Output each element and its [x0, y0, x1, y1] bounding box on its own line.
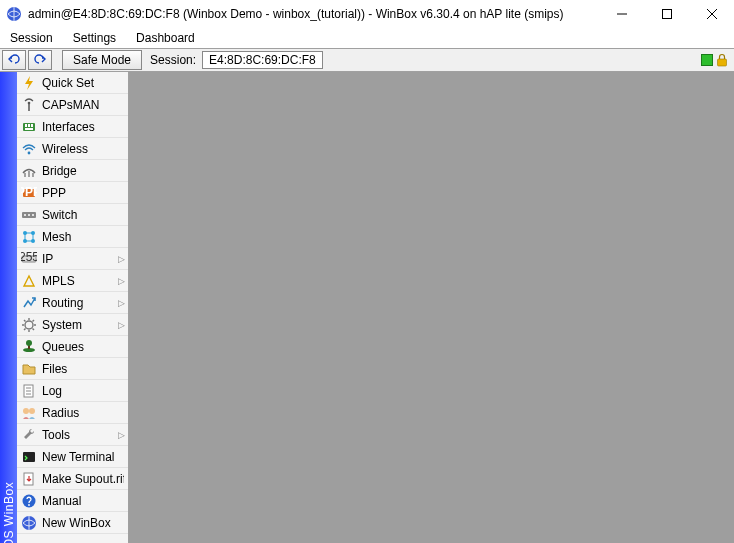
tools-icon	[21, 427, 37, 443]
workspace	[129, 72, 734, 543]
sidebar-item-manual[interactable]: Manual	[17, 490, 128, 512]
svg-rect-2	[662, 10, 671, 19]
supout-icon	[21, 471, 37, 487]
sidebar-item-new-winbox[interactable]: New WinBox	[17, 512, 128, 534]
system-icon	[21, 317, 37, 333]
sidebar-item-label: Manual	[42, 494, 124, 508]
sidebar-item-wireless[interactable]: Wireless	[17, 138, 128, 160]
sidebar-item-label: Bridge	[42, 164, 124, 178]
sidebar-item-label: New WinBox	[42, 516, 124, 530]
sidebar-item-label: Switch	[42, 208, 124, 222]
window-title: admin@E4:8D:8C:69:DC:F8 (Winbox Demo - w…	[28, 7, 599, 21]
sidebar-item-system[interactable]: System▷	[17, 314, 128, 336]
bolt-icon	[21, 75, 37, 91]
menu-settings[interactable]: Settings	[69, 29, 120, 47]
sidebar-item-radius[interactable]: Radius	[17, 402, 128, 424]
mpls-icon	[21, 273, 37, 289]
ppp-icon	[21, 185, 37, 201]
sidebar-item-label: Queues	[42, 340, 124, 354]
sidebar-item-tools[interactable]: Tools▷	[17, 424, 128, 446]
files-icon	[21, 361, 37, 377]
chevron-right-icon: ▷	[118, 430, 124, 440]
menu-dashboard[interactable]: Dashboard	[132, 29, 199, 47]
sidebar-item-mesh[interactable]: Mesh	[17, 226, 128, 248]
sidebar-item-label: System	[42, 318, 113, 332]
session-label: Session:	[150, 53, 196, 67]
sidebar-item-mpls[interactable]: MPLS▷	[17, 270, 128, 292]
sidebar-item-label: PPP	[42, 186, 124, 200]
chevron-right-icon: ▷	[118, 298, 124, 308]
maximize-button[interactable]	[644, 0, 689, 28]
sidebar-item-interfaces[interactable]: Interfaces	[17, 116, 128, 138]
sidebar-item-ip[interactable]: IP▷	[17, 248, 128, 270]
sidebar-item-bridge[interactable]: Bridge	[17, 160, 128, 182]
queues-icon	[21, 339, 37, 355]
session-value-box[interactable]: E4:8D:8C:69:DC:F8	[202, 51, 323, 69]
radius-icon	[21, 405, 37, 421]
sidebar-item-queues[interactable]: Queues	[17, 336, 128, 358]
undo-button[interactable]	[2, 50, 26, 70]
chevron-right-icon: ▷	[118, 276, 124, 286]
redo-button[interactable]	[28, 50, 52, 70]
bridge-icon	[21, 163, 37, 179]
lock-icon	[716, 53, 728, 67]
window-controls	[599, 0, 734, 28]
status-square-icon	[701, 54, 713, 66]
sidebar-item-label: IP	[42, 252, 113, 266]
log-icon	[21, 383, 37, 399]
sidebar-item-label: Log	[42, 384, 124, 398]
sidebar-item-label: CAPsMAN	[42, 98, 124, 112]
safe-mode-label: Safe Mode	[73, 53, 131, 67]
sidebar: Quick SetCAPsMANInterfacesWirelessBridge…	[17, 72, 129, 543]
sidebar-item-label: New Terminal	[42, 450, 124, 464]
chevron-right-icon: ▷	[118, 320, 124, 330]
sidebar-item-label: Wireless	[42, 142, 124, 156]
switch-icon	[21, 207, 37, 223]
sidebar-item-capsman[interactable]: CAPsMAN	[17, 94, 128, 116]
vertical-brand-bar: outerOS WinBox	[0, 72, 17, 543]
mesh-icon	[21, 229, 37, 245]
toolbar-status	[701, 53, 732, 67]
close-button[interactable]	[689, 0, 734, 28]
sidebar-item-switch[interactable]: Switch	[17, 204, 128, 226]
sidebar-item-quick-set[interactable]: Quick Set	[17, 72, 128, 94]
svg-rect-5	[718, 59, 727, 66]
antenna-icon	[21, 97, 37, 113]
sidebar-item-routing[interactable]: Routing▷	[17, 292, 128, 314]
routing-icon	[21, 295, 37, 311]
sidebar-item-label: MPLS	[42, 274, 113, 288]
sidebar-item-label: Mesh	[42, 230, 124, 244]
sidebar-item-label: Files	[42, 362, 124, 376]
sidebar-item-label: Tools	[42, 428, 113, 442]
redo-icon	[33, 53, 47, 68]
sidebar-item-label: Quick Set	[42, 76, 124, 90]
app-icon	[6, 6, 22, 22]
toolbar: Safe Mode Session: E4:8D:8C:69:DC:F8	[0, 48, 734, 72]
sidebar-item-ppp[interactable]: PPP	[17, 182, 128, 204]
sidebar-item-log[interactable]: Log	[17, 380, 128, 402]
chevron-right-icon: ▷	[118, 254, 124, 264]
sidebar-item-label: Interfaces	[42, 120, 124, 134]
ip-icon	[21, 251, 37, 267]
sidebar-item-new-terminal[interactable]: New Terminal	[17, 446, 128, 468]
main-area: outerOS WinBox Quick SetCAPsMANInterface…	[0, 72, 734, 543]
session-value: E4:8D:8C:69:DC:F8	[209, 53, 316, 67]
vertical-brand-text: outerOS WinBox	[2, 482, 16, 543]
sidebar-item-make-supout-rif[interactable]: Make Supout.rif	[17, 468, 128, 490]
wifi-icon	[21, 141, 37, 157]
winbox-icon	[21, 515, 37, 531]
sidebar-item-label: Routing	[42, 296, 113, 310]
sidebar-item-label: Make Supout.rif	[42, 472, 124, 486]
sidebar-item-label: Radius	[42, 406, 124, 420]
menubar: Session Settings Dashboard	[0, 28, 734, 48]
menu-session[interactable]: Session	[6, 29, 57, 47]
terminal-icon	[21, 449, 37, 465]
titlebar: admin@E4:8D:8C:69:DC:F8 (Winbox Demo - w…	[0, 0, 734, 28]
sidebar-item-files[interactable]: Files	[17, 358, 128, 380]
ethernet-icon	[21, 119, 37, 135]
undo-icon	[7, 53, 21, 68]
manual-icon	[21, 493, 37, 509]
minimize-button[interactable]	[599, 0, 644, 28]
safe-mode-button[interactable]: Safe Mode	[62, 50, 142, 70]
